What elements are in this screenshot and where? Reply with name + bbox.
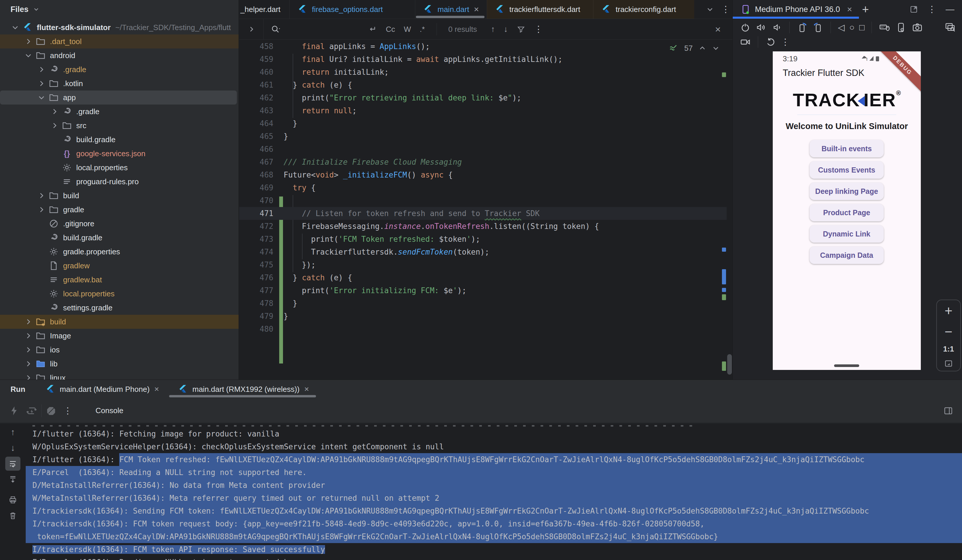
editor-tab-trackierfluttersdk.dart[interactable]: trackierfluttersdk.dart xyxy=(487,0,593,19)
fit-to-window-icon[interactable] xyxy=(944,359,953,368)
newline-history-icon[interactable] xyxy=(368,24,377,34)
code-line-479[interactable]: 479} xyxy=(239,310,726,323)
editor-tab-main.dart[interactable]: main.dart× xyxy=(415,0,487,19)
chevron-right-icon[interactable] xyxy=(37,65,46,74)
code-line-464[interactable]: 464 } xyxy=(239,117,726,130)
tree-item-flutter-sdk-simulator[interactable]: flutter-sdk-simulator~/Trackier_SDK/Test… xyxy=(0,21,239,34)
chevron-right-icon[interactable] xyxy=(37,205,46,214)
line-number[interactable]: 471 xyxy=(239,207,273,220)
console-line[interactable]: I/flutter (16364): FCM Token refreshed: … xyxy=(26,453,962,466)
device-settings-icon[interactable] xyxy=(895,22,907,33)
filter-icon[interactable] xyxy=(517,25,525,34)
console-line[interactable]: E/Parcel (16364): Reading a NULL string … xyxy=(26,466,962,479)
chevron-right-icon[interactable] xyxy=(37,79,46,88)
code-line-466[interactable]: 466 xyxy=(239,143,726,156)
console-line[interactable]: E/Parcel (16364): Reading a NULL string … xyxy=(26,556,962,560)
code-line-471[interactable]: 471 // Listen for token refresh and send… xyxy=(239,207,726,220)
tree-item-.kotlin[interactable]: .kotlin xyxy=(0,76,239,90)
tree-item-gradlew[interactable]: gradlew xyxy=(0,259,239,273)
line-number[interactable]: 458 xyxy=(239,40,273,53)
scroll-to-end-icon[interactable] xyxy=(5,473,21,486)
chevron-right-icon[interactable] xyxy=(24,331,33,341)
whole-words-toggle[interactable]: W xyxy=(404,25,411,34)
search-icon[interactable] xyxy=(270,24,281,34)
emulator-screen[interactable]: 3:19 ! DEBUG Trackier Flutter SDK TRACKI… xyxy=(773,52,921,370)
chevron-right-icon[interactable] xyxy=(24,359,33,368)
code-line-462[interactable]: 462 print("Error retrieving initial deep… xyxy=(239,91,726,104)
android-back-icon[interactable]: ◁ xyxy=(838,23,844,32)
tab-options-kebab-icon[interactable]: ⋮ xyxy=(722,5,730,14)
screenshot-camera-icon[interactable] xyxy=(912,22,923,33)
close-find-icon[interactable]: × xyxy=(715,24,721,35)
chevron-down-icon[interactable] xyxy=(11,23,20,32)
hot-restart-icon[interactable] xyxy=(26,405,37,416)
open-in-window-icon[interactable] xyxy=(909,5,918,14)
previous-occurrence-icon[interactable]: ↑ xyxy=(491,24,495,34)
scroll-up-icon[interactable]: ↑ xyxy=(5,425,21,439)
screen-record-icon[interactable] xyxy=(740,37,751,48)
tree-item-build.gradle[interactable]: build.gradle xyxy=(0,132,239,147)
tree-item-src[interactable]: src xyxy=(0,119,239,132)
console-line[interactable]: W/OplusExSystemServiceHelper(16364): che… xyxy=(26,440,962,453)
code-line-465[interactable]: 465} xyxy=(239,130,726,143)
chevron-right-icon[interactable] xyxy=(50,121,59,130)
code-line-458[interactable]: 458 final appLinks = AppLinks(); xyxy=(239,40,726,53)
code-line-470[interactable]: 470 xyxy=(239,194,726,207)
rotate-right-icon[interactable] xyxy=(812,22,823,33)
chevron-down-icon[interactable] xyxy=(24,51,33,60)
line-number[interactable]: 472 xyxy=(239,220,273,233)
line-number[interactable]: 461 xyxy=(239,79,273,91)
code-line-480[interactable]: 480 xyxy=(239,323,726,336)
editor-tab-trackierconfig.dart[interactable]: trackierconfig.dart xyxy=(593,0,694,19)
tree-item-settings.gradle[interactable]: settings.gradle xyxy=(0,301,239,315)
code-line-473[interactable]: 473 print('FCM Token refreshed: $token')… xyxy=(239,233,726,245)
tree-item-build.gradle[interactable]: build.gradle xyxy=(0,231,239,245)
rotate-left-icon[interactable] xyxy=(797,22,808,33)
line-number[interactable]: 480 xyxy=(239,323,273,336)
line-number[interactable]: 474 xyxy=(239,245,273,258)
line-number[interactable]: 466 xyxy=(239,143,273,156)
line-number[interactable]: 464 xyxy=(239,117,273,130)
home-indicator[interactable] xyxy=(834,365,859,367)
minimize-panel-icon[interactable]: — xyxy=(946,5,954,14)
run-tab-main.dart (Medium Phone)[interactable]: main.dart (Medium Phone)× xyxy=(36,380,168,399)
line-number[interactable]: 470 xyxy=(239,194,273,207)
code-line-474[interactable]: 474 Trackierfluttersdk.sendFcmToken(toke… xyxy=(239,245,726,258)
chevron-right-icon[interactable] xyxy=(24,37,33,46)
line-number[interactable]: 473 xyxy=(239,233,273,245)
prev-problem-icon[interactable] xyxy=(699,44,706,52)
chevron-down-icon[interactable] xyxy=(37,93,46,102)
phone-button-dynamic-link[interactable]: Dynamic Link xyxy=(810,225,884,243)
volume-up-icon[interactable] xyxy=(755,22,767,33)
close-run-tab-icon[interactable]: × xyxy=(154,384,159,394)
tree-item-.dart_tool[interactable]: .dart_tool xyxy=(0,34,239,48)
line-number[interactable]: 479 xyxy=(239,310,273,323)
tree-item-.gradle[interactable]: .gradle xyxy=(0,63,239,76)
zoom-in-button[interactable]: + xyxy=(945,303,953,318)
code-line-461[interactable]: 461 } catch (e) { xyxy=(239,79,726,91)
line-number[interactable]: 469 xyxy=(239,181,273,194)
line-number[interactable]: 462 xyxy=(239,91,273,104)
tree-item-proguard-rules.pro[interactable]: proguard-rules.pro xyxy=(0,174,239,189)
phone-button-customs-events[interactable]: Customs Events xyxy=(810,161,884,179)
search-options-kebab-icon[interactable]: ⋮ xyxy=(534,25,543,34)
device-options-kebab-icon[interactable]: ⋮ xyxy=(928,5,936,14)
code-line-459[interactable]: 459 final Uri? initialLink = await appLi… xyxy=(239,53,726,66)
editor-scrollbar[interactable] xyxy=(727,354,732,374)
layout-settings-icon[interactable] xyxy=(943,406,953,416)
regex-toggle[interactable]: .* xyxy=(420,25,425,34)
code-line-467[interactable]: 467/// Initialize Firebase Cloud Messagi… xyxy=(239,156,726,168)
close-run-tab-icon[interactable]: × xyxy=(304,384,309,394)
code-area[interactable]: 458 final appLinks = AppLinks();459 fina… xyxy=(239,40,726,379)
tree-item-local.properties[interactable]: local.properties xyxy=(0,287,239,301)
console-line[interactable]: D/MetaInstallReferrer(16364): No data fr… xyxy=(26,479,962,492)
tree-item-gradlew.bat[interactable]: gradlew.bat xyxy=(0,273,239,287)
find-expand-chevron[interactable] xyxy=(239,19,264,39)
run-tab-main.dart (RMX1992 (wireless))[interactable]: main.dart (RMX1992 (wireless))× xyxy=(168,380,318,399)
tree-item-gradle.properties[interactable]: gradle.properties xyxy=(0,245,239,259)
print-icon[interactable] xyxy=(5,493,21,507)
chevron-right-icon[interactable] xyxy=(24,373,33,379)
restart-session-icon[interactable] xyxy=(765,37,776,48)
tree-item-Image[interactable]: Image xyxy=(0,329,239,343)
run-panel-title[interactable]: Run xyxy=(11,385,26,394)
